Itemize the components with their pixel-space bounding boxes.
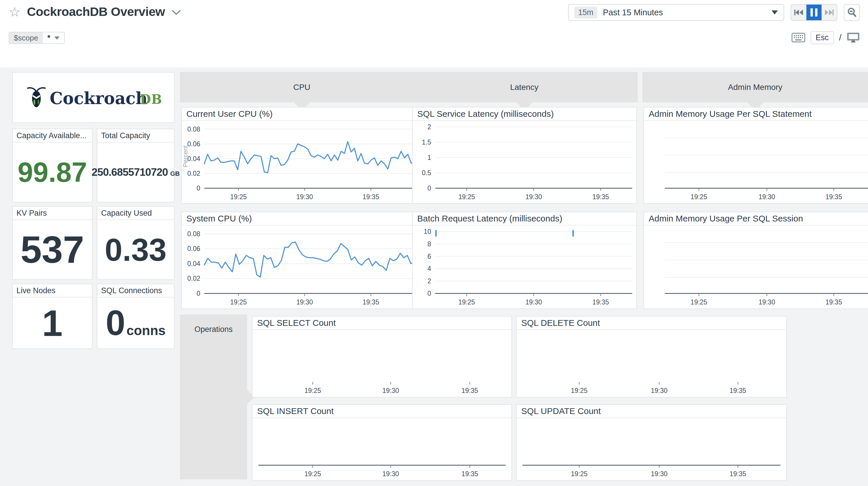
svg-text:0.08: 0.08 <box>187 230 200 238</box>
chart-plot-sql-update-count[interactable]: 19:2519:3019:35 <box>522 422 780 465</box>
group-header-admin-memory[interactable]: Admin Memory <box>642 72 868 102</box>
time-range-badge: 15m <box>575 7 597 19</box>
svg-text:0.02: 0.02 <box>187 170 200 177</box>
svg-text:19:30: 19:30 <box>297 298 313 306</box>
chart-card-admin-memory-statement: Admin Memory Usage Per SQL Statement 19:… <box>644 107 868 204</box>
stat-unit: GB <box>170 170 180 177</box>
svg-text:19:35: 19:35 <box>592 193 609 201</box>
chevron-down-icon[interactable] <box>172 9 181 17</box>
stat-label: Live Nodes <box>13 284 92 297</box>
svg-text:19:25: 19:25 <box>571 470 588 478</box>
svg-text:19:35: 19:35 <box>592 298 609 306</box>
svg-text:19:30: 19:30 <box>651 387 668 394</box>
chart-title: SQL UPDATE Count <box>517 405 786 418</box>
group-header-operations[interactable]: Operations <box>180 315 247 479</box>
chart-title: System CPU (%) <box>182 212 422 226</box>
stat-card-kv-pairs: KV Pairs 537 <box>12 206 92 280</box>
group-header-latency[interactable]: Latency <box>411 72 638 102</box>
svg-text:19:35: 19:35 <box>826 298 842 306</box>
svg-text:0.04: 0.04 <box>187 155 200 163</box>
cockroachdb-logo: Cockroach DB <box>25 86 161 109</box>
svg-text:Cockroach: Cockroach <box>50 88 148 108</box>
time-range-select[interactable]: 15m Past 15 Minutes <box>568 4 784 21</box>
stat-value: 1 <box>42 302 62 344</box>
rewind-button[interactable] <box>791 5 806 20</box>
chart-plot-batch-request-latency[interactable]: 024681019:2519:3019:35 <box>435 229 632 293</box>
chart-plot-system-cpu[interactable]: 00.020.040.060.0819:2519:3019:35 <box>204 229 418 293</box>
chart-plot-sql-delete-count[interactable]: 19:2519:3019:35 <box>522 333 780 382</box>
chart-plot-current-user-cpu[interactable]: 00.020.040.060.0819:2519:3019:35Percent <box>204 124 418 188</box>
svg-text:2: 2 <box>427 277 431 285</box>
stat-value: 0 <box>106 303 125 343</box>
chart-title: Batch Request Latency (milliseconds) <box>413 212 636 226</box>
svg-text:19:25: 19:25 <box>690 298 707 306</box>
pause-button[interactable] <box>806 5 821 20</box>
chart-plot-sql-select-count[interactable]: 19:2519:3019:35 <box>258 333 506 382</box>
magnifier-minus-icon <box>846 7 857 18</box>
svg-text:19:25: 19:25 <box>230 193 247 201</box>
stat-label: KV Pairs <box>13 207 92 220</box>
stat-value: 537 <box>21 228 84 271</box>
fast-forward-button[interactable] <box>822 5 837 20</box>
scope-value-text: * <box>48 33 51 42</box>
svg-text:4: 4 <box>427 265 431 273</box>
chart-title: Admin Memory Usage Per SQL Statement <box>644 108 868 121</box>
svg-text:2: 2 <box>427 123 431 131</box>
svg-text:0.04: 0.04 <box>187 260 200 267</box>
stat-label: Total Capacity <box>97 129 174 143</box>
scope-var-value[interactable]: * <box>43 32 64 44</box>
chart-plot-sql-insert-count[interactable]: 19:2519:3019:35 <box>258 422 506 465</box>
svg-text:0: 0 <box>196 184 200 192</box>
group-header-cpu[interactable]: CPU <box>180 72 424 102</box>
svg-text:19:25: 19:25 <box>458 193 475 201</box>
chart-card-sql-insert-count: SQL INSERT Count 19:2519:3019:35 <box>252 404 512 481</box>
fullscreen-monitor-icon[interactable] <box>847 32 860 44</box>
keyboard-icon[interactable] <box>792 33 805 42</box>
toolbar-row: $scope * Esc / <box>0 30 868 45</box>
chart-card-sql-select-count: SQL SELECT Count 19:2519:3019:35 <box>252 316 512 398</box>
group-label: Operations <box>194 325 232 334</box>
svg-text:19:30: 19:30 <box>297 193 313 201</box>
chart-plot-admin-memory-session[interactable]: 19:2519:3019:35 <box>665 229 868 293</box>
chart-plot-admin-memory-statement[interactable]: 19:2519:3019:35 <box>665 124 868 188</box>
stat-card-capacity-used: Capacity Used 0.33 <box>97 206 175 280</box>
group-label: Admin Memory <box>728 83 782 92</box>
svg-text:19:35: 19:35 <box>730 470 746 478</box>
svg-text:Percent: Percent <box>182 145 189 167</box>
dropdown-caret-icon <box>54 36 60 39</box>
svg-text:6: 6 <box>427 253 431 260</box>
chart-plot-sql-service-latency[interactable]: 00.511.5219:2519:3019:35 <box>435 124 632 188</box>
zoom-out-button[interactable] <box>844 4 860 21</box>
chart-title: Current User CPU (%) <box>182 108 422 121</box>
fast-forward-icon <box>823 8 835 17</box>
time-controls: 15m Past 15 Minutes <box>568 4 860 21</box>
stat-card-capacity-available: Capacity Available... 99.87 <box>12 128 92 202</box>
svg-text:0.06: 0.06 <box>187 245 200 252</box>
esc-key-button[interactable]: Esc <box>810 31 834 44</box>
dropdown-caret-icon <box>772 10 778 15</box>
stat-label: Capacity Available... <box>13 129 92 143</box>
chart-title: SQL Service Latency (milliseconds) <box>413 108 636 121</box>
chart-card-sql-update-count: SQL UPDATE Count 19:2519:3019:35 <box>516 404 787 481</box>
svg-text:1: 1 <box>427 154 431 161</box>
svg-text:19:35: 19:35 <box>363 193 379 201</box>
stat-label: Capacity Used <box>97 207 174 220</box>
svg-text:19:30: 19:30 <box>758 298 775 306</box>
group-label: Latency <box>510 83 538 92</box>
svg-text:19:25: 19:25 <box>230 298 247 306</box>
scope-var-name: $scope <box>9 32 43 44</box>
stat-card-sql-connections: SQL Connections 0conns <box>97 284 175 349</box>
chart-title: SQL SELECT Count <box>252 317 512 330</box>
playback-controls <box>790 4 837 21</box>
template-variable-scope[interactable]: $scope * <box>9 32 65 44</box>
chart-card-current-user-cpu: Current User CPU (%) 00.020.040.060.0819… <box>181 107 423 204</box>
svg-text:19:25: 19:25 <box>458 298 475 306</box>
svg-text:19:35: 19:35 <box>461 387 478 394</box>
favorite-star-icon[interactable]: ☆ <box>9 5 21 19</box>
cockroachdb-logo-card: Cockroach DB <box>12 72 175 123</box>
svg-text:19:35: 19:35 <box>363 298 379 306</box>
svg-text:19:35: 19:35 <box>461 470 478 478</box>
pause-icon <box>810 8 817 17</box>
group-label: CPU <box>293 83 310 92</box>
svg-text:19:30: 19:30 <box>651 470 668 478</box>
